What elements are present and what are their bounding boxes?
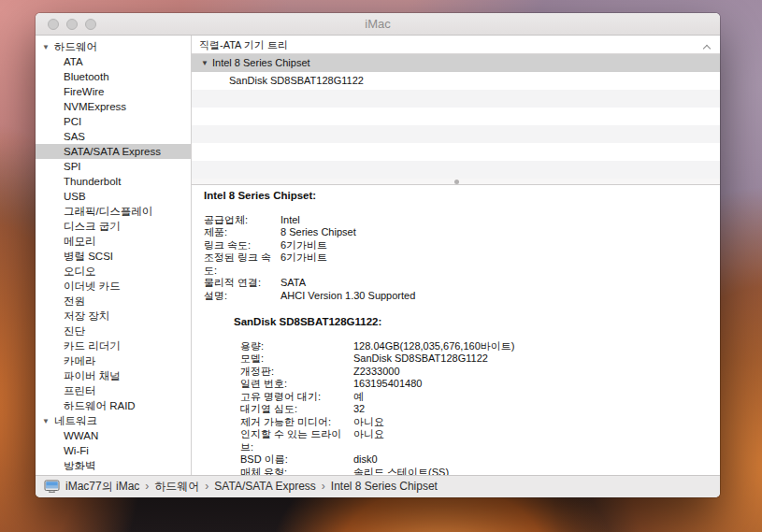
sidebar-item[interactable]: 오디오: [36, 264, 191, 279]
detail-key: 대기열 심도:: [240, 403, 353, 416]
breadcrumb: iMac77의 iMac›하드웨어›SATA/SATA Express›Inte…: [65, 479, 438, 495]
detail-key: 물리적 연결:: [204, 277, 280, 290]
sidebar-group[interactable]: ▼하드웨어: [36, 39, 191, 54]
detail-row: 용량:128.04GB(128,035,676,160바이트): [240, 340, 711, 353]
detail-value: 예: [353, 391, 364, 404]
sidebar-item[interactable]: PCI: [36, 114, 191, 129]
disclosure-triangle-icon[interactable]: ▼: [42, 414, 54, 429]
breadcrumb-separator: ›: [145, 480, 149, 493]
device-tree-empty-row: [192, 90, 720, 108]
detail-row: 개정판:Z2333000: [240, 366, 711, 379]
detail-section-title: SanDisk SD8SBAT128G1122:: [234, 316, 711, 329]
detail-key: 인지할 수 있는 드라이브:: [240, 428, 353, 453]
device-tree-row[interactable]: SanDisk SD8SBAT128G1122: [192, 72, 720, 90]
detail-key: 공급업체:: [204, 214, 280, 227]
detail-key: 제품:: [204, 226, 280, 239]
breadcrumb-segment: iMac77의 iMac: [65, 480, 139, 493]
sidebar-item[interactable]: 병렬 SCSI: [36, 249, 191, 264]
detail-key: 조정된 링크 속도:: [204, 252, 280, 277]
detail-value: 아니요: [353, 416, 384, 429]
sidebar-item[interactable]: 저장 장치: [36, 309, 191, 324]
sidebar-item[interactable]: SPI: [36, 159, 191, 174]
detail-value: 128.04GB(128,035,676,160바이트): [353, 340, 514, 353]
device-tree-empty-row: [192, 161, 720, 179]
collapse-chevron-icon[interactable]: [704, 44, 711, 50]
sidebar-item[interactable]: Thunderbolt: [36, 174, 191, 189]
sidebar-item[interactable]: 파이버 채널: [36, 368, 191, 383]
detail-row: 공급업체:Intel: [204, 214, 711, 227]
detail-row: 대기열 심도:32: [240, 403, 711, 416]
device-tree-header: 직렬-ATA 기기 트리: [192, 36, 720, 54]
sidebar-item[interactable]: 방화벽: [36, 458, 191, 473]
sidebar-item[interactable]: FireWire: [36, 84, 191, 99]
sidebar-item[interactable]: 전원: [36, 294, 191, 309]
device-tree-row[interactable]: ▼Intel 8 Series Chipset: [192, 54, 720, 72]
pane-splitter[interactable]: [192, 179, 720, 185]
detail-value: 6기가비트: [280, 239, 327, 252]
sidebar-item[interactable]: WWAN: [36, 428, 191, 443]
sidebar-item[interactable]: 이더넷 카드: [36, 279, 191, 294]
sidebar-item[interactable]: 프린터: [36, 383, 191, 398]
detail-key: 링크 속도:: [204, 239, 280, 252]
detail-row: 고유 명령어 대기:예: [240, 391, 711, 404]
detail-value: 6기가비트: [280, 252, 327, 277]
detail-key: 일련 번호:: [240, 378, 353, 391]
sidebar-group[interactable]: ▼네트워크: [36, 413, 191, 428]
detail-section-title: Intel 8 Series Chipset:: [204, 190, 711, 203]
sidebar-item[interactable]: NVMExpress: [36, 99, 191, 114]
window-title: iMac: [36, 13, 720, 36]
detail-row: 물리적 연결:SATA: [204, 277, 711, 290]
device-tree[interactable]: ▼Intel 8 Series ChipsetSanDisk SD8SBAT12…: [192, 54, 720, 179]
detail-row: BSD 이름:disk0: [240, 453, 711, 467]
detail-value: disk0: [353, 453, 378, 467]
sidebar-item[interactable]: SAS: [36, 129, 191, 144]
detail-key: 용량:: [240, 340, 353, 353]
sidebar-item[interactable]: Wi-Fi: [36, 443, 191, 458]
detail-row: 제품:8 Series Chipset: [204, 226, 711, 239]
breadcrumb-segment: Intel 8 Series Chipset: [331, 480, 438, 493]
detail-key: 설명:: [204, 290, 280, 303]
title-bar[interactable]: iMac: [36, 13, 720, 36]
sidebar-item[interactable]: 하드웨어 RAID: [36, 398, 191, 413]
detail-row: 링크 속도:6기가비트: [204, 239, 711, 252]
detail-row: 제거 가능한 미디어:아니요: [240, 416, 711, 429]
detail-key: 개정판:: [240, 366, 353, 379]
detail-value: 아니요: [353, 428, 384, 453]
breadcrumb-segment: 하드웨어: [154, 480, 199, 493]
detail-key: 제거 가능한 미디어:: [240, 416, 353, 429]
detail-row: 조정된 링크 속도:6기가비트: [204, 252, 711, 277]
detail-key: 모델:: [240, 352, 353, 366]
detail-pane[interactable]: Intel 8 Series Chipset:공급업체:Intel제품:8 Se…: [192, 185, 720, 475]
sidebar-item[interactable]: 카드 리더기: [36, 338, 191, 353]
detail-value: 8 Series Chipset: [280, 226, 356, 239]
sidebar-item[interactable]: ATA: [36, 54, 191, 69]
sidebar-item[interactable]: SATA/SATA Express: [36, 144, 191, 159]
disclosure-triangle-icon[interactable]: ▼: [42, 40, 54, 55]
sidebar-item[interactable]: 그래픽/디스플레이: [36, 204, 191, 219]
disclosure-triangle-icon[interactable]: ▼: [201, 54, 212, 72]
system-information-window: iMac ▼하드웨어ATABluetoothFireWireNVMExpress…: [36, 13, 720, 497]
detail-section: Intel 8 Series Chipset:공급업체:Intel제품:8 Se…: [204, 190, 711, 302]
display-icon: [44, 480, 60, 494]
device-tree-empty-row: [192, 143, 720, 161]
detail-value: 솔리드 스테이트(SS): [353, 467, 449, 476]
sidebar-item[interactable]: 카메라: [36, 353, 191, 368]
detail-value: Intel: [280, 214, 300, 227]
sidebar-item[interactable]: 디스크 굽기: [36, 219, 191, 234]
detail-value: 163195401480: [353, 378, 422, 391]
device-tree-title: 직렬-ATA 기기 트리: [199, 39, 288, 50]
sidebar-item[interactable]: USB: [36, 189, 191, 204]
detail-key: 매체 유형:: [240, 467, 353, 476]
sidebar-item[interactable]: 메모리: [36, 234, 191, 249]
sidebar-item[interactable]: Bluetooth: [36, 69, 191, 84]
device-tree-empty-row: [192, 108, 720, 125]
detail-row: 매체 유형:솔리드 스테이트(SS): [240, 467, 711, 476]
detail-row: 인지할 수 있는 드라이브:아니요: [240, 428, 711, 453]
detail-value: SATA: [280, 277, 306, 290]
breadcrumb-separator: ›: [322, 480, 325, 493]
detail-value: AHCI Version 1.30 Supported: [280, 290, 415, 303]
category-sidebar[interactable]: ▼하드웨어ATABluetoothFireWireNVMExpressPCISA…: [36, 36, 192, 475]
splitter-handle-icon: [454, 180, 459, 184]
detail-value: SanDisk SD8SBAT128G1122: [353, 352, 488, 366]
sidebar-item[interactable]: 진단: [36, 324, 191, 338]
